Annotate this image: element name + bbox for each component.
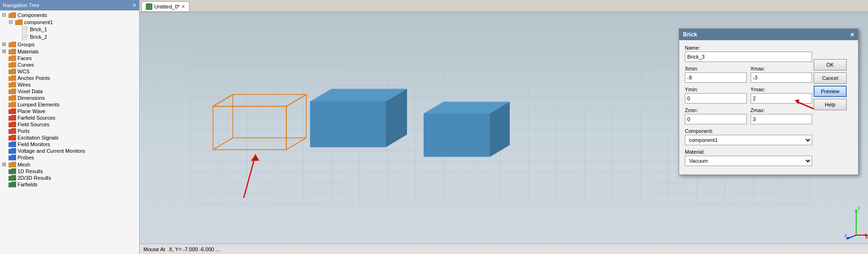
- tree-item-curves[interactable]: Curves: [0, 61, 139, 68]
- ymax-input[interactable]: [751, 93, 813, 104]
- zmax-input[interactable]: [751, 114, 813, 124]
- xmin-input[interactable]: [685, 72, 747, 83]
- tree-item-field_monitors[interactable]: Field Monitors: [0, 141, 139, 148]
- ymax-label: Ymax:: [751, 87, 813, 92]
- dialog-close-button[interactable]: ×: [850, 31, 854, 38]
- material-select[interactable]: Vacuum: [685, 156, 812, 166]
- tree-item-probes[interactable]: Probes: [0, 154, 139, 161]
- tree-item-plane_wave[interactable]: Plane Wave: [0, 108, 139, 114]
- zmin-label: Zmin:: [685, 107, 747, 113]
- tree-item-materials[interactable]: ⊞Materials: [0, 48, 139, 55]
- tree-item-wires[interactable]: Wires: [0, 81, 139, 88]
- ok-button[interactable]: OK: [814, 59, 847, 70]
- tab-close-button[interactable]: ×: [182, 4, 185, 9]
- component-select[interactable]: component1: [685, 135, 812, 145]
- svg-text:Z: Z: [844, 234, 847, 238]
- preview-button[interactable]: Preview: [814, 86, 847, 97]
- tree-item-field_sources[interactable]: Field Sources: [0, 121, 139, 128]
- navigation-tree: Navigation Tree × ⊟Components⊟component1…: [0, 0, 140, 254]
- tab-icon: [146, 3, 152, 10]
- tab-title: Untitled_0*: [154, 4, 180, 9]
- nav-tree-header: Navigation Tree ×: [0, 0, 139, 10]
- nav-tree-body: ⊟Components⊟component1Brick_1Brick_2⊞Gro…: [0, 10, 139, 254]
- zmin-input[interactable]: [685, 114, 747, 124]
- mouse-coords: X, Y= -7.000 -6.000 ...: [169, 246, 220, 252]
- ymin-label: Ymin:: [685, 87, 747, 92]
- xmin-label: Xmin:: [685, 66, 747, 71]
- tree-item-results_1d[interactable]: 1D Results: [0, 168, 139, 175]
- tree-item-voltage_current[interactable]: Voltage and Current Monitors: [0, 148, 139, 154]
- tree-item-mesh[interactable]: ⊞Mesh: [0, 161, 139, 168]
- main-tab[interactable]: Untitled_0* ×: [142, 1, 189, 12]
- tree-item-component1[interactable]: ⊟component1: [0, 18, 139, 26]
- tree-item-anchor_points[interactable]: Anchor Points: [0, 75, 139, 81]
- svg-text:X: X: [865, 235, 868, 240]
- tree-item-dimensions[interactable]: Dimensions: [0, 95, 139, 101]
- svg-text:Y: Y: [857, 207, 860, 211]
- name-input[interactable]: [685, 52, 812, 62]
- brick-dialog: Brick × OK Cancel Preview Help Name:: [679, 28, 859, 175]
- nav-tree-title: Navigation Tree: [3, 2, 39, 8]
- status-bar: Mouse At X, Y= -7.000 -6.000 ...: [140, 244, 868, 254]
- zmax-label: Zmax:: [751, 107, 813, 113]
- tree-item-farfields[interactable]: Farfields: [0, 181, 139, 188]
- tree-item-ports[interactable]: Ports: [0, 128, 139, 134]
- tree-item-lumped_elements[interactable]: Lumped Elements: [0, 101, 139, 108]
- cancel-button[interactable]: Cancel: [814, 72, 847, 84]
- tree-item-voxel_data[interactable]: Voxel Data: [0, 88, 139, 95]
- dialog-button-group: OK Cancel Preview Help: [814, 59, 847, 110]
- tree-item-faces[interactable]: Faces: [0, 55, 139, 61]
- axes-indicator: Y X Z: [844, 207, 863, 235]
- xmax-label: Xmax:: [751, 66, 813, 71]
- tree-item-brick1[interactable]: Brick_1: [0, 26, 139, 33]
- ymin-input[interactable]: [685, 93, 747, 104]
- viewport[interactable]: Untitled_0* × Mouse At X, Y= -7.000 -6.0…: [140, 0, 868, 254]
- name-label: Name:: [685, 45, 812, 51]
- tree-item-results_2d3d[interactable]: 2D/3D Results: [0, 175, 139, 181]
- dialog-titlebar: Brick ×: [679, 29, 858, 40]
- tree-item-components[interactable]: ⊟Components: [0, 11, 139, 18]
- tree-item-groups[interactable]: ⊞Groups: [0, 41, 139, 48]
- tree-item-brick2[interactable]: Brick_2: [0, 33, 139, 41]
- dialog-title: Brick: [683, 31, 697, 38]
- component-label: Component:: [685, 128, 812, 134]
- tree-item-farfield_sources[interactable]: Farfield Sources: [0, 114, 139, 121]
- help-button[interactable]: Help: [814, 99, 847, 110]
- tree-item-excitation_signals[interactable]: Excitation Signals: [0, 134, 139, 141]
- dialog-body: OK Cancel Preview Help Name: Xmin:: [679, 40, 858, 175]
- mouse-at-label: Mouse At: [143, 246, 165, 252]
- tree-item-wcs[interactable]: WCS: [0, 68, 139, 75]
- nav-tree-close-button[interactable]: ×: [133, 1, 136, 9]
- xmax-input[interactable]: [751, 72, 813, 83]
- material-label: Material:: [685, 149, 812, 155]
